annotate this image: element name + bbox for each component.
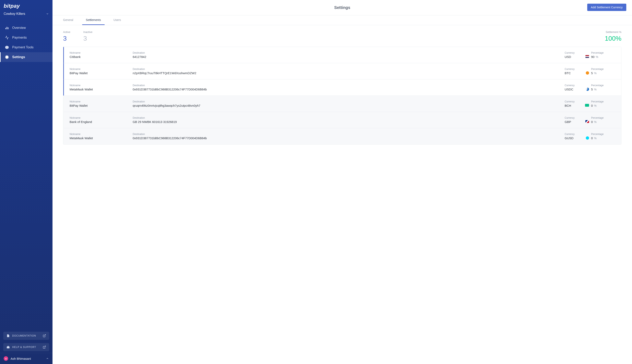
col-label: Nickname — [70, 116, 131, 119]
col-label: Currency — [565, 84, 575, 87]
col-label: Destination — [133, 68, 563, 70]
tabs: General Settlements Users — [53, 16, 632, 25]
sidebar-item-payment-tools[interactable]: Payment Tools — [0, 42, 53, 52]
cell-percentage: Percentage5% — [591, 84, 615, 91]
briefcase-icon — [7, 346, 10, 349]
currency-icon — [585, 120, 589, 123]
settlement-row[interactable]: NicknameCitibankDestination64127842Curre… — [63, 47, 621, 63]
sidebar: bitpay Cowboy Killers Overview Payments … — [0, 0, 53, 364]
nickname-value: BitPay Wallet — [70, 104, 131, 107]
sidebar-item-payments[interactable]: Payments — [0, 33, 53, 42]
stat-label: Inactive — [83, 30, 92, 34]
svg-line-6 — [44, 346, 46, 347]
col-label: Destination — [133, 52, 563, 54]
cell-destination: Destination0x931D387731bBbC988B312206c74… — [133, 133, 563, 140]
currency-icon — [586, 136, 589, 140]
currency-icon — [585, 104, 589, 107]
percentage-value: 5 — [591, 88, 593, 91]
cell-currency: CurrencyUSDC — [565, 84, 589, 91]
col-label: Currency — [565, 100, 575, 103]
cell-nickname: NicknameBitPay Wallet — [70, 68, 131, 75]
stat-value: 3 — [63, 35, 70, 42]
cell-destination: Destinationn2pXBRqLTruuT8kHTTQrE1WdXsshw… — [133, 68, 563, 75]
svg-rect-2 — [8, 28, 8, 29]
stat-settlement-pct: Settlement % 100% — [605, 30, 621, 42]
chevron-up-icon — [46, 357, 49, 360]
stat-label: Active — [63, 30, 70, 34]
sidebar-item-label: Settings — [12, 55, 25, 59]
cell-currency: CurrencyGBP — [565, 116, 589, 124]
settlement-row[interactable]: NicknameBank of EnglandDestinationGB 29 … — [63, 112, 621, 128]
external-link-icon — [43, 346, 46, 349]
destination-value: n2pXBRqLTruuT8kHTTQrE1WdXsshwmDZW2 — [133, 71, 563, 75]
sidebar-item-label: Overview — [12, 26, 26, 30]
col-label: Destination — [133, 116, 563, 119]
external-link-icon — [43, 334, 46, 338]
currency-icon — [586, 88, 589, 91]
col-label: Destination — [133, 133, 563, 136]
svg-line-4 — [44, 334, 46, 336]
sidebar-card-label: DOCUMENTATION — [12, 334, 36, 337]
sidebar-item-label: Payments — [12, 36, 27, 40]
settlement-row[interactable]: NicknameMetaMask WalletDestination0x931D… — [63, 128, 621, 144]
sidebar-item-settings[interactable]: Settings — [0, 52, 53, 62]
col-label: Nickname — [70, 52, 131, 54]
nickname-value: MetaMask Wallet — [70, 88, 131, 91]
settlements-table: NicknameCitibankDestination64127842Curre… — [63, 47, 621, 144]
activity-icon — [5, 36, 9, 40]
col-label: Nickname — [70, 133, 131, 136]
currency-icon — [585, 55, 589, 58]
cell-percentage: Percentage0% — [591, 133, 615, 140]
add-settlement-currency-button[interactable]: Add Settlement Currency — [587, 4, 626, 11]
sidebar-help-link[interactable]: HELP & SUPPORT — [3, 343, 49, 351]
org-name: Cowboy Killers — [4, 12, 25, 16]
stat-inactive: Inactive 3 — [83, 30, 92, 42]
org-selector[interactable]: Cowboy Killers — [0, 10, 53, 19]
percent-sign: % — [594, 88, 596, 91]
cell-destination: Destination64127842 — [133, 52, 563, 58]
user-menu[interactable]: a Ash Bhimasani — [0, 353, 53, 364]
file-icon — [7, 334, 10, 338]
chevron-down-icon — [46, 12, 49, 15]
percent-sign: % — [594, 104, 596, 107]
percentage-value: 5 — [591, 71, 593, 75]
topbar: Settings Add Settlement Currency — [53, 0, 632, 16]
destination-value: 0x931D387731bBbC988B312206c74F77D004D6B8… — [133, 136, 563, 140]
tab-general[interactable]: General — [63, 16, 73, 25]
sidebar-item-overview[interactable]: Overview — [0, 23, 53, 33]
stat-active: Active 3 — [63, 30, 70, 42]
stat-value: 100% — [605, 35, 621, 42]
col-label: Percentage — [591, 133, 615, 136]
col-label: Currency — [565, 133, 575, 136]
col-label: Currency — [565, 68, 575, 70]
col-label: Nickname — [70, 84, 131, 87]
col-label: Percentage — [591, 84, 615, 87]
currency-value: USDC — [565, 88, 575, 91]
cell-percentage: Percentage90% — [591, 52, 615, 58]
tab-settlements[interactable]: Settlements — [82, 16, 105, 25]
settlement-row[interactable]: NicknameMetaMask WalletDestination0x931D… — [63, 79, 621, 96]
gear-icon — [5, 55, 9, 59]
settlement-row[interactable]: NicknameBitPay WalletDestinationn2pXBRqL… — [63, 63, 621, 79]
svg-rect-5 — [7, 346, 9, 348]
percent-sign: % — [594, 120, 596, 124]
tab-users[interactable]: Users — [114, 16, 121, 25]
destination-value: 0x931D387731bBbC988B312206c74F77D004D6B8… — [133, 88, 563, 91]
sidebar-documentation-link[interactable]: DOCUMENTATION — [3, 332, 49, 340]
cell-nickname: NicknameMetaMask Wallet — [70, 84, 131, 91]
cell-currency: CurrencyUSD — [565, 52, 589, 58]
cell-percentage: Percentage0% — [591, 116, 615, 124]
destination-value: 64127842 — [133, 55, 563, 58]
cell-currency: CurrencyGUSD — [565, 133, 589, 140]
col-label: Percentage — [591, 52, 615, 54]
col-label: Nickname — [70, 100, 131, 103]
currency-icon — [586, 71, 589, 74]
stat-value: 3 — [83, 35, 92, 42]
settlement-row[interactable]: NicknameBitPay WalletDestinationqruqm49k… — [63, 96, 621, 112]
brand-logo: bitpay — [0, 0, 53, 10]
cell-nickname: NicknameBank of England — [70, 116, 131, 124]
percentage-value: 0 — [591, 136, 593, 140]
percentage-value: 0 — [591, 120, 593, 124]
currency-value: BTC — [565, 71, 575, 75]
col-label: Percentage — [591, 116, 615, 119]
